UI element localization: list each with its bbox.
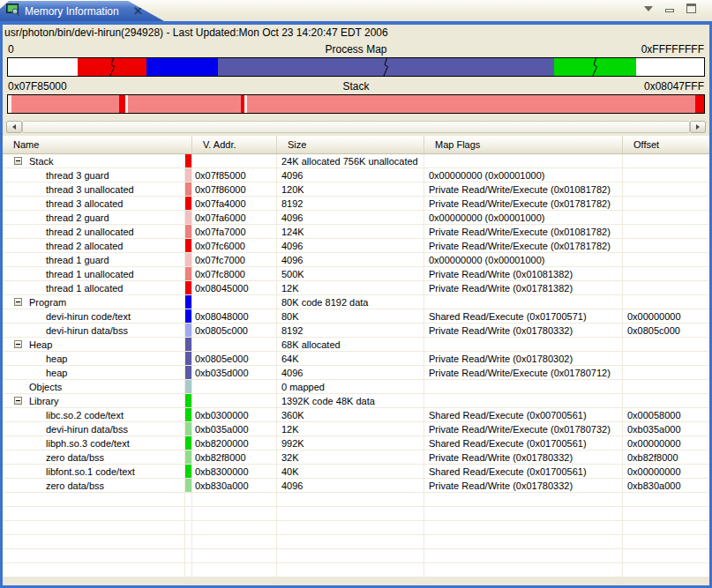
scroll-left-button[interactable]: [6, 121, 22, 133]
collapse-expander-icon[interactable]: [14, 340, 22, 348]
table-row-empty: [3, 507, 709, 521]
arrow-right-icon: [696, 124, 700, 130]
empty-cell: [277, 549, 424, 562]
row-vaddr: 0xb035a000: [192, 422, 277, 435]
row-color-chip: [185, 324, 192, 337]
empty-cell: [623, 549, 709, 562]
empty-cell: [424, 521, 623, 534]
empty-cell: [277, 507, 424, 520]
row-size: 12K: [277, 281, 424, 294]
lightning-bolt-icon: [381, 58, 390, 76]
row-vaddr: 0xb8300000: [192, 465, 277, 478]
row-offset: [623, 380, 709, 393]
minimize-icon[interactable]: [665, 9, 674, 12]
empty-cell: [185, 521, 192, 534]
process-map-start-address: 0: [8, 43, 114, 56]
table-row[interactable]: Stack24K allocated 756K unallocated: [3, 154, 709, 168]
row-size: 992K: [277, 436, 424, 450]
table-row[interactable]: thread 3 allocated0x07fa40008192Private …: [3, 197, 709, 211]
table-row[interactable]: thread 2 unallocated0x07fa7000124KPrivat…: [3, 225, 709, 239]
column-header-size[interactable]: Size: [277, 136, 424, 153]
stack-used: [247, 95, 694, 113]
row-color-chip: [185, 225, 192, 238]
table-row[interactable]: heap0x0805e00064KPrivate Read/Write (0x0…: [3, 352, 709, 366]
row-vaddr: 0x0805e000: [192, 352, 277, 365]
row-map-flags: 0x00000000 (0x00001000): [424, 253, 623, 266]
row-vaddr: 0x07fa4000: [192, 197, 277, 210]
scrollbar-thumb[interactable]: [22, 121, 690, 133]
row-map-flags: Shared Read/Execute (0x01700561): [424, 465, 623, 478]
process-map-labels: 0 Process Map 0xFFFFFFFF: [3, 40, 709, 57]
row-name-label: heap: [46, 368, 67, 378]
table-row[interactable]: devi-hirun code/text0x0804800080KShared …: [3, 309, 709, 324]
column-header-offset[interactable]: Offset: [623, 136, 709, 153]
table-header: NameV. Addr.SizeMap FlagsOffset: [3, 136, 709, 154]
table-row[interactable]: devi-hirun data/bss0x0805c0008192Private…: [3, 324, 709, 338]
column-header-name[interactable]: Name: [3, 136, 192, 153]
row-map-flags: Private Read/Write/Execute (0x01081782): [424, 182, 623, 196]
row-offset: 0x0805c000: [623, 324, 709, 337]
row-vaddr: [192, 154, 277, 167]
table-row[interactable]: thread 1 allocated0x0804500012KPrivate R…: [3, 281, 709, 295]
table-row[interactable]: thread 3 unallocated0x07f86000120KPrivat…: [3, 182, 709, 197]
row-name: thread 2 unallocated: [3, 225, 185, 238]
row-name-label: heap: [46, 354, 67, 364]
stack-bar[interactable]: [7, 94, 705, 114]
heap-segment: [218, 58, 553, 76]
table-row[interactable]: thread 2 guard0x07fa600040960x00000000 (…: [3, 211, 709, 225]
row-map-flags: Shared Read/Execute (0x01700561): [424, 436, 623, 450]
row-vaddr: 0xb830a000: [192, 479, 277, 492]
row-vaddr: 0x07fa7000: [192, 225, 277, 238]
empty-cell: [623, 507, 709, 520]
table-row[interactable]: libc.so.2 code/text0xb0300000360KShared …: [3, 408, 709, 422]
row-color-chip: [185, 479, 192, 492]
row-map-flags: [424, 380, 623, 393]
row-size: 24K allocated 756K unallocated: [277, 154, 424, 167]
table-row[interactable]: Program80K code 8192 data: [3, 295, 709, 309]
row-name-label: devi-hirun code/text: [46, 311, 131, 322]
row-map-flags: Shared Read/Execute (0x00700561): [424, 408, 623, 421]
column-header-map-flags[interactable]: Map Flags: [424, 136, 623, 153]
collapse-expander-icon[interactable]: [14, 397, 22, 405]
column-header-v-addr-[interactable]: V. Addr.: [192, 136, 277, 153]
row-name: thread 3 allocated: [3, 197, 185, 210]
table-row[interactable]: thread 3 guard0x07f8500040960x00000000 (…: [3, 168, 709, 182]
row-map-flags: Private Read/Write/Execute (0x01781782): [424, 197, 623, 210]
row-name-label: thread 1 unallocated: [46, 269, 134, 279]
table-row[interactable]: devi-hirun data/bss0xb035a00012KPrivate …: [3, 422, 709, 436]
view-controls: [644, 4, 696, 13]
horizontal-scrollbar[interactable]: [6, 121, 706, 133]
row-size: 120K: [277, 182, 424, 196]
table-row[interactable]: zero data/bss0xb830a0004096Private Read/…: [3, 479, 709, 493]
maximize-icon[interactable]: [686, 4, 696, 13]
table-row[interactable]: thread 2 allocated0x07fc60004096Private …: [3, 239, 709, 253]
row-offset: [623, 225, 709, 238]
row-offset: [623, 182, 709, 196]
scroll-right-button[interactable]: [690, 121, 706, 133]
close-icon[interactable]: ✕: [133, 4, 143, 18]
table-row[interactable]: thread 1 unallocated0x07fc8000500KPrivat…: [3, 267, 709, 281]
table-row[interactable]: Heap68K allocated: [3, 338, 709, 352]
table-row[interactable]: libfont.so.1 code/text0xb830000040KShare…: [3, 465, 709, 479]
table-row[interactable]: zero data/bss0xb82f800032KPrivate Read/W…: [3, 450, 709, 465]
row-color-chip: [185, 465, 192, 478]
empty-cell: [623, 493, 709, 506]
table-row[interactable]: heap0xb035d0004096Private Read/Write/Exe…: [3, 366, 709, 380]
tab-memory-information[interactable]: Memory Information ✕: [0, 1, 164, 21]
table-row[interactable]: Library1392K code 48K data: [3, 394, 709, 408]
collapse-expander-icon[interactable]: [14, 157, 22, 165]
collapse-expander-icon[interactable]: [14, 298, 22, 306]
row-map-flags: [424, 338, 623, 351]
empty-cell: [3, 507, 185, 520]
table-row-empty: [3, 563, 709, 577]
row-offset: 0xb035a000: [623, 422, 709, 435]
row-name: libc.so.2 code/text: [3, 408, 185, 421]
process-map-bar[interactable]: [7, 57, 705, 77]
table-row[interactable]: Objects0 mapped: [3, 380, 709, 394]
empty-cell: [3, 549, 185, 562]
view-menu-icon[interactable]: [644, 6, 653, 11]
table-row[interactable]: thread 1 guard0x07fc700040960x00000000 (…: [3, 253, 709, 267]
row-name: devi-hirun data/bss: [3, 422, 185, 435]
table-row[interactable]: libph.so.3 code/text0xb8200000992KShared…: [3, 436, 709, 450]
stack-used: [128, 95, 241, 113]
